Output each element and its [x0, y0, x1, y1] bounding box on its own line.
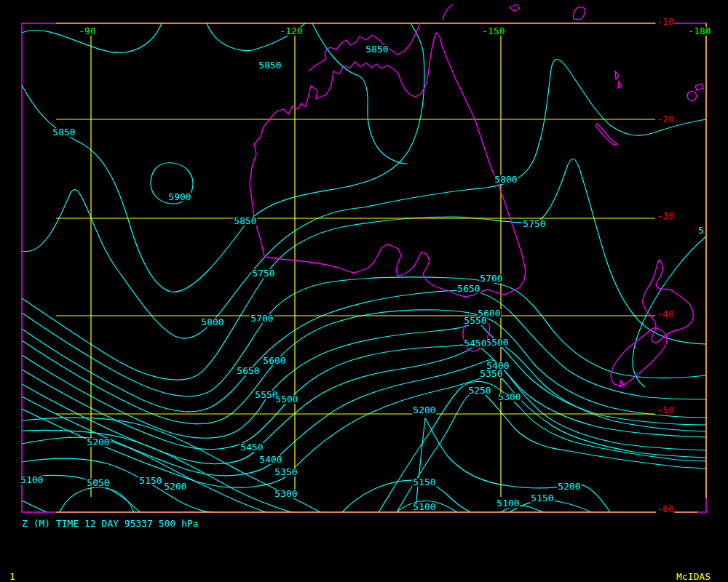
- contour-value-label: 5700: [479, 274, 503, 283]
- contour-value-label: 5350: [274, 468, 298, 477]
- contour-5600: [22, 310, 706, 424]
- contour-value-label: 5050: [86, 479, 110, 487]
- frame-number: 1: [9, 571, 15, 582]
- contour-value-label: 5650: [456, 284, 480, 293]
- contour-value-label: 5: [697, 226, 705, 235]
- contour-value-label: 5550: [463, 316, 487, 325]
- latitude-label: -20: [656, 115, 674, 124]
- contour-5000: [22, 501, 47, 512]
- contour-value-label: 5150: [530, 494, 554, 503]
- contour-value-label: 5350: [479, 370, 503, 378]
- contour-5800: [22, 59, 706, 338]
- contour-value-label: 5100: [20, 476, 44, 485]
- contour-value-label: 5850: [52, 128, 76, 137]
- coast-new-caledonia: [596, 124, 617, 145]
- latitude-label: -50: [656, 406, 674, 415]
- mcidas-display: 5850585058505850590058005800575057505700…: [0, 0, 728, 582]
- contour-value-label: 5200: [86, 438, 110, 447]
- contour-value-label: 5100: [412, 503, 436, 511]
- data-caption: Z (M) TIME 12 DAY 95337 500 hPa: [22, 518, 199, 529]
- contour-value-label: 5200: [163, 482, 187, 491]
- contour-value-label: 5300: [274, 490, 298, 498]
- contour-5650: [22, 290, 706, 412]
- contour-value-label: 5750: [522, 220, 546, 228]
- contour-value-label: 5100: [496, 499, 520, 508]
- mcidas-watermark: McIDAS: [676, 571, 711, 582]
- contour-value-label: 5400: [258, 455, 282, 464]
- contour-value-label: 5300: [497, 393, 521, 402]
- contour-5700: [22, 277, 706, 396]
- longitude-label: -150: [481, 27, 505, 36]
- coast-png-islands: [443, 4, 585, 20]
- contour-value-label: 5200: [412, 406, 436, 415]
- contour-value-label: 5800: [200, 318, 224, 327]
- longitude-label: -180: [687, 27, 711, 36]
- contour-value-label: 5150: [412, 478, 436, 487]
- map-canvas[interactable]: [0, 0, 728, 582]
- contour-value-label: 5600: [262, 356, 286, 365]
- map-frame: [22, 23, 706, 512]
- contour-5200: [22, 418, 610, 512]
- contour-5850-d: [22, 23, 424, 292]
- contour-value-label: 5850: [365, 45, 389, 54]
- contour-value-label: 5650: [236, 367, 260, 375]
- coast-fiji: [687, 84, 703, 100]
- coast-stewart-island: [620, 380, 625, 387]
- contour-value-label: 5500: [274, 395, 298, 404]
- contour-value-label: 5450: [463, 339, 487, 348]
- latitude-label: -10: [656, 17, 674, 26]
- contour-5550: [22, 323, 706, 439]
- contour-value-label: 5750: [251, 269, 275, 278]
- coast-australia: [250, 33, 526, 297]
- contour-value-label: 5500: [485, 338, 509, 347]
- contour-value-label: 5250: [467, 386, 491, 395]
- longitude-label: -90: [78, 27, 96, 36]
- contour-value-label: 5900: [167, 193, 191, 202]
- contour-value-label: 5800: [494, 175, 518, 184]
- contour-value-label: 5150: [138, 477, 162, 485]
- latitude-label: -60: [656, 505, 674, 514]
- latitude-label: -30: [656, 212, 674, 220]
- longitude-label: -120: [279, 27, 303, 36]
- contour-value-label: 5850: [233, 217, 257, 226]
- contour-value-label: 5700: [250, 314, 274, 323]
- latitude-label: -40: [656, 310, 674, 319]
- height-contours: [22, 23, 706, 512]
- coast-vanuatu: [615, 71, 622, 88]
- contour-value-label: 5200: [557, 482, 581, 491]
- contour-5050: [60, 487, 134, 512]
- contour-value-label: 5450: [240, 443, 264, 452]
- contour-value-label: 5850: [258, 61, 282, 70]
